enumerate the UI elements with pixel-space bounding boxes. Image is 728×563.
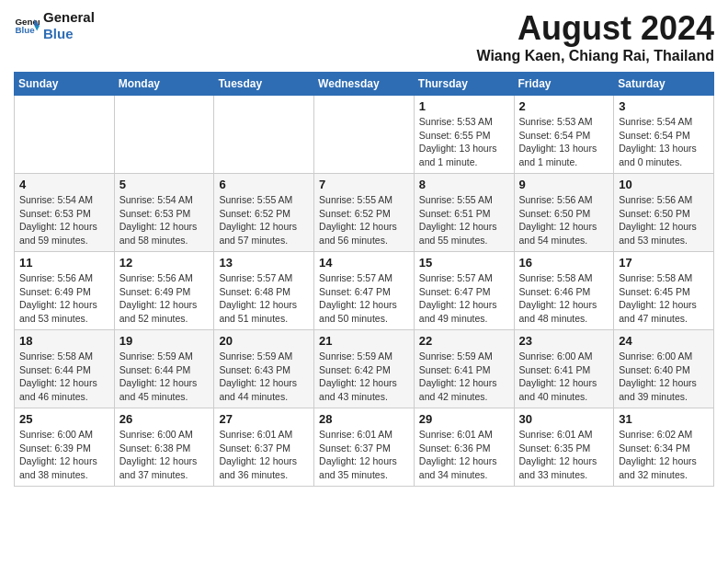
month-title: August 2024	[476, 9, 714, 48]
day-info: Sunrise: 5:56 AMSunset: 6:49 PMDaylight:…	[119, 271, 210, 326]
logo-general: General	[43, 9, 95, 26]
day-info: Sunrise: 5:56 AMSunset: 6:49 PMDaylight:…	[19, 271, 109, 326]
svg-text:Blue: Blue	[15, 25, 35, 35]
day-number: 1	[419, 99, 509, 113]
day-info: Sunrise: 5:54 AMSunset: 6:53 PMDaylight:…	[19, 193, 109, 247]
weekday-header-saturday: Saturday	[614, 73, 714, 96]
calendar-cell: 13Sunrise: 5:57 AMSunset: 6:48 PMDayligh…	[214, 252, 314, 330]
day-number: 11	[19, 256, 109, 270]
day-number: 20	[219, 334, 309, 348]
calendar-cell: 7Sunrise: 5:55 AMSunset: 6:52 PMDaylight…	[314, 174, 415, 252]
weekday-header-sunday: Sunday	[15, 73, 115, 96]
day-info: Sunrise: 5:56 AMSunset: 6:50 PMDaylight:…	[519, 193, 609, 247]
day-number: 12	[119, 256, 210, 270]
day-info: Sunrise: 5:58 AMSunset: 6:44 PMDaylight:…	[19, 350, 109, 404]
day-number: 2	[519, 99, 609, 113]
calendar-cell: 1Sunrise: 5:53 AMSunset: 6:55 PMDaylight…	[414, 96, 514, 174]
day-number: 23	[519, 334, 609, 348]
day-info: Sunrise: 5:54 AMSunset: 6:54 PMDaylight:…	[619, 115, 709, 169]
calendar-cell: 24Sunrise: 6:00 AMSunset: 6:40 PMDayligh…	[614, 330, 714, 408]
title-area: August 2024 Wiang Kaen, Chiang Rai, Thai…	[476, 9, 714, 64]
logo: General Blue General Blue	[14, 9, 95, 42]
calendar-cell	[214, 96, 314, 174]
day-info: Sunrise: 5:55 AMSunset: 6:52 PMDaylight:…	[219, 193, 309, 247]
location-title: Wiang Kaen, Chiang Rai, Thailand	[476, 48, 714, 64]
calendar-cell: 27Sunrise: 6:01 AMSunset: 6:37 PMDayligh…	[214, 408, 314, 487]
calendar-cell: 5Sunrise: 5:54 AMSunset: 6:53 PMDaylight…	[114, 174, 214, 252]
calendar-cell: 2Sunrise: 5:53 AMSunset: 6:54 PMDaylight…	[514, 96, 614, 174]
calendar-cell: 28Sunrise: 6:01 AMSunset: 6:37 PMDayligh…	[314, 408, 415, 487]
calendar-cell: 9Sunrise: 5:56 AMSunset: 6:50 PMDaylight…	[514, 174, 614, 252]
day-number: 14	[319, 256, 409, 270]
day-number: 16	[519, 256, 609, 270]
day-info: Sunrise: 5:57 AMSunset: 6:48 PMDaylight:…	[219, 271, 309, 326]
calendar-cell: 19Sunrise: 5:59 AMSunset: 6:44 PMDayligh…	[114, 330, 214, 408]
logo-blue: Blue	[43, 26, 95, 42]
svg-marker-3	[34, 26, 40, 31]
day-info: Sunrise: 6:00 AMSunset: 6:38 PMDaylight:…	[119, 428, 210, 482]
day-number: 7	[319, 178, 409, 191]
calendar-cell: 11Sunrise: 5:56 AMSunset: 6:49 PMDayligh…	[15, 252, 115, 330]
day-number: 3	[619, 99, 709, 113]
calendar-cell: 23Sunrise: 6:00 AMSunset: 6:41 PMDayligh…	[514, 330, 614, 408]
header: General Blue General Blue August 2024 Wi…	[14, 9, 714, 64]
weekday-header-tuesday: Tuesday	[214, 73, 314, 96]
calendar: SundayMondayTuesdayWednesdayThursdayFrid…	[14, 72, 714, 487]
calendar-cell: 6Sunrise: 5:55 AMSunset: 6:52 PMDaylight…	[214, 174, 314, 252]
day-number: 26	[119, 412, 210, 426]
calendar-cell: 22Sunrise: 5:59 AMSunset: 6:41 PMDayligh…	[414, 330, 514, 408]
day-info: Sunrise: 5:58 AMSunset: 6:45 PMDaylight:…	[619, 271, 709, 326]
day-info: Sunrise: 5:59 AMSunset: 6:42 PMDaylight:…	[319, 350, 409, 404]
day-info: Sunrise: 5:59 AMSunset: 6:44 PMDaylight:…	[119, 350, 210, 404]
day-number: 9	[519, 178, 609, 191]
day-number: 29	[419, 412, 509, 426]
day-info: Sunrise: 5:53 AMSunset: 6:55 PMDaylight:…	[419, 115, 509, 169]
calendar-cell: 26Sunrise: 6:00 AMSunset: 6:38 PMDayligh…	[114, 408, 214, 487]
day-number: 8	[419, 178, 509, 191]
calendar-cell: 29Sunrise: 6:01 AMSunset: 6:36 PMDayligh…	[414, 408, 514, 487]
calendar-cell: 16Sunrise: 5:58 AMSunset: 6:46 PMDayligh…	[514, 252, 614, 330]
day-number: 6	[219, 178, 309, 191]
day-number: 22	[419, 334, 509, 348]
calendar-cell: 30Sunrise: 6:01 AMSunset: 6:35 PMDayligh…	[514, 408, 614, 487]
weekday-header-wednesday: Wednesday	[314, 73, 415, 96]
day-number: 15	[419, 256, 509, 270]
day-info: Sunrise: 5:59 AMSunset: 6:43 PMDaylight:…	[219, 350, 309, 404]
day-number: 4	[19, 178, 109, 191]
day-info: Sunrise: 6:00 AMSunset: 6:40 PMDaylight:…	[619, 350, 709, 404]
day-info: Sunrise: 6:01 AMSunset: 6:37 PMDaylight:…	[319, 428, 409, 482]
day-number: 5	[119, 178, 210, 191]
day-number: 10	[619, 178, 709, 191]
calendar-cell	[114, 96, 214, 174]
calendar-cell: 4Sunrise: 5:54 AMSunset: 6:53 PMDaylight…	[15, 174, 115, 252]
weekday-header-row: SundayMondayTuesdayWednesdayThursdayFrid…	[15, 73, 714, 96]
day-number: 25	[19, 412, 109, 426]
day-number: 21	[319, 334, 409, 348]
week-row-4: 18Sunrise: 5:58 AMSunset: 6:44 PMDayligh…	[15, 330, 714, 408]
week-row-5: 25Sunrise: 6:00 AMSunset: 6:39 PMDayligh…	[15, 408, 714, 487]
day-info: Sunrise: 5:55 AMSunset: 6:52 PMDaylight:…	[319, 193, 409, 247]
day-info: Sunrise: 6:00 AMSunset: 6:39 PMDaylight:…	[19, 428, 109, 482]
calendar-cell: 15Sunrise: 5:57 AMSunset: 6:47 PMDayligh…	[414, 252, 514, 330]
day-info: Sunrise: 6:01 AMSunset: 6:36 PMDaylight:…	[419, 428, 509, 482]
day-number: 18	[19, 334, 109, 348]
day-info: Sunrise: 5:58 AMSunset: 6:46 PMDaylight:…	[519, 271, 609, 326]
day-info: Sunrise: 5:57 AMSunset: 6:47 PMDaylight:…	[419, 271, 509, 326]
day-number: 27	[219, 412, 309, 426]
week-row-3: 11Sunrise: 5:56 AMSunset: 6:49 PMDayligh…	[15, 252, 714, 330]
day-number: 28	[319, 412, 409, 426]
day-number: 31	[619, 412, 709, 426]
day-number: 24	[619, 334, 709, 348]
calendar-cell	[15, 96, 115, 174]
day-info: Sunrise: 5:56 AMSunset: 6:50 PMDaylight:…	[619, 193, 709, 247]
day-number: 30	[519, 412, 609, 426]
day-info: Sunrise: 5:53 AMSunset: 6:54 PMDaylight:…	[519, 115, 609, 169]
weekday-header-friday: Friday	[514, 73, 614, 96]
day-number: 19	[119, 334, 210, 348]
calendar-cell: 31Sunrise: 6:02 AMSunset: 6:34 PMDayligh…	[614, 408, 714, 487]
calendar-cell: 14Sunrise: 5:57 AMSunset: 6:47 PMDayligh…	[314, 252, 415, 330]
day-number: 17	[619, 256, 709, 270]
weekday-header-thursday: Thursday	[414, 73, 514, 96]
calendar-cell: 17Sunrise: 5:58 AMSunset: 6:45 PMDayligh…	[614, 252, 714, 330]
calendar-cell: 8Sunrise: 5:55 AMSunset: 6:51 PMDaylight…	[414, 174, 514, 252]
